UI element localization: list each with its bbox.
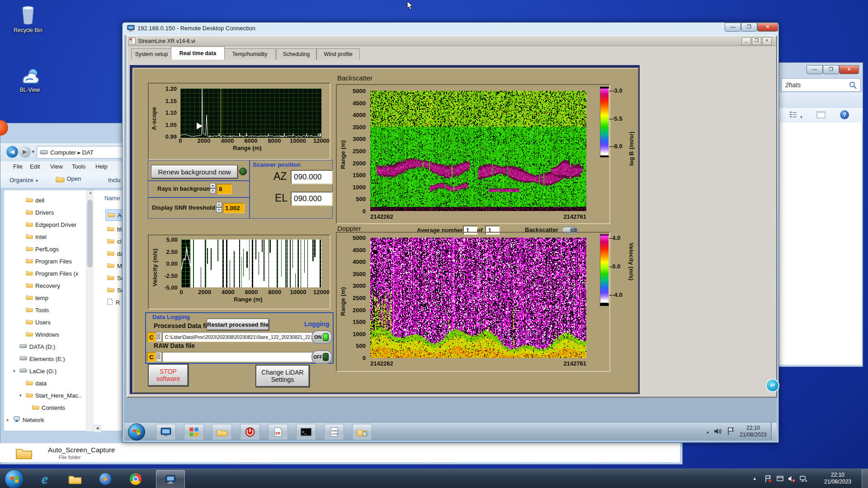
restore-button[interactable]: ❐ — [752, 37, 761, 45]
host-clock[interactable]: 22:10 21/08/2023 — [818, 472, 857, 485]
desktop-icon-recycle-bin[interactable]: Recycle Bin — [6, 4, 50, 33]
remote-taskbar-item-folder-app[interactable] — [212, 424, 232, 440]
column-header-name[interactable]: Name — [104, 195, 120, 202]
close-button[interactable]: × — [762, 37, 772, 45]
include-in-library-button[interactable]: Inclu — [108, 177, 120, 183]
tree-item-recovery[interactable]: Recovery — [4, 280, 85, 291]
tree-item-perflogs[interactable]: PerfLogs — [4, 244, 85, 254]
snr-value-field[interactable]: 1.002 — [223, 203, 245, 213]
action-center-flag-icon[interactable] — [727, 427, 734, 436]
forward-button[interactable]: ▶ — [19, 146, 31, 158]
expand-arrow-icon[interactable]: ▸ — [7, 418, 12, 422]
tab-wind-profile[interactable]: Wind profile — [316, 48, 360, 60]
organize-button[interactable]: Organize ▼ — [9, 177, 38, 183]
scrollbar-thumb[interactable] — [87, 200, 93, 267]
remote-taskbar-item-scan-sched-app[interactable]: Scansched — [324, 424, 344, 440]
raw-path-field[interactable] — [162, 352, 314, 362]
processed-drive-button[interactable]: C — [147, 332, 156, 342]
snr-stepper[interactable]: ▲▼ — [216, 202, 222, 213]
tree-item-users[interactable]: Users — [4, 317, 85, 328]
processed-path-field[interactable]: C:\Lidar\Data\Proc\2023\202308\20230821\… — [162, 332, 314, 342]
change-view-button[interactable]: ▼ — [789, 111, 803, 120]
tree-item-lacie-g-[interactable]: ▾LaCie (G:) — [4, 366, 85, 376]
recent-pages-dropdown-icon[interactable]: ▼ — [31, 150, 35, 154]
minimize-button[interactable]: _ — [741, 37, 751, 45]
tray-network-icon[interactable] — [799, 474, 807, 483]
scrollbar-up-icon[interactable]: ▲ — [87, 191, 94, 197]
remote-taskbar-item-power-app[interactable] — [240, 424, 260, 440]
tree-item-data[interactable]: data — [4, 378, 85, 389]
restart-processed-button[interactable]: Restart processed file — [207, 319, 269, 330]
remote-support-tray-icon[interactable]: ⇄ — [766, 379, 779, 392]
tree-item-intel[interactable]: Intel — [4, 231, 85, 242]
back-button[interactable]: ◀ — [6, 146, 18, 158]
start-button[interactable] — [5, 469, 24, 488]
show-desktop-button[interactable] — [862, 469, 868, 488]
remote-taskbar-item-grid-app[interactable] — [184, 424, 204, 440]
taskbar-item-ie[interactable]: e — [33, 470, 57, 488]
tab-system-setup[interactable]: System setup — [131, 48, 172, 60]
rays-stepper[interactable]: ▲▼ — [210, 183, 216, 194]
streamline-titlebar[interactable]: StreamLine XR v14-6.vi _ ❐ × — [127, 36, 776, 46]
path-browse-icon[interactable] — [156, 332, 162, 342]
rdp-titlebar[interactable]: 192.168.0.150 - Remote Desktop Connectio… — [127, 25, 255, 32]
tab-temp-humidity[interactable]: Temp/humidity — [224, 48, 276, 60]
raw-drive-button[interactable]: C — [147, 352, 156, 362]
tree-item-program-files[interactable]: Program Files — [4, 256, 85, 267]
tree-item-contents[interactable]: Contents — [4, 402, 85, 413]
help-button[interactable]: ? — [840, 110, 849, 119]
menu-item-file[interactable]: File — [13, 163, 23, 170]
tree-item-program-files-x[interactable]: Program Files (x — [4, 268, 85, 279]
tree-item-elements-e-[interactable]: Elements (E:) — [4, 353, 85, 364]
remote-taskbar-item-folder2-app[interactable] — [352, 424, 372, 440]
az-value-field[interactable]: 090.000 — [291, 170, 333, 184]
show-hidden-icons[interactable]: ▴ — [707, 429, 709, 434]
el-value-field[interactable]: 090.000 — [291, 192, 333, 206]
tray-window-icon[interactable] — [776, 474, 784, 483]
volume-icon[interactable] — [714, 427, 722, 435]
tray-flag-icon[interactable] — [764, 474, 772, 483]
remote-start-button[interactable] — [128, 423, 145, 441]
minimize-button[interactable]: — — [725, 23, 741, 32]
tree-item-network[interactable]: ▸Network — [4, 414, 85, 425]
remote-taskbar-item-console-app[interactable]: >_ — [296, 424, 316, 440]
search-input[interactable]: 2hats — [781, 78, 861, 92]
remote-taskbar-item-xr-doc-app[interactable]: XR — [268, 424, 288, 440]
maximize-button[interactable]: ❐ — [823, 65, 839, 74]
change-lidar-settings-button[interactable]: Change LiDAR Settings — [255, 365, 310, 387]
rays-value-field[interactable]: 8 — [217, 184, 232, 194]
menu-item-edit[interactable]: Edit — [30, 163, 40, 170]
expand-arrow-icon[interactable]: ▾ — [19, 393, 25, 398]
processed-logging-toggle[interactable]: ON — [311, 330, 332, 344]
menu-item-help[interactable]: Help — [95, 163, 108, 170]
tree-item-tools[interactable]: Tools — [4, 305, 85, 315]
tree-item-drivers[interactable]: Drivers — [4, 207, 85, 218]
maximize-button[interactable]: ❐ — [741, 23, 757, 32]
search-icon[interactable] — [849, 81, 857, 89]
taskbar-item-explorer[interactable] — [63, 470, 87, 488]
stop-software-button[interactable]: STOP software — [148, 364, 189, 386]
menu-item-tools[interactable]: Tools — [72, 163, 85, 170]
open-button[interactable]: Open — [56, 175, 81, 184]
taskbar-item-media-player[interactable]: ▶ — [93, 470, 118, 488]
tree-item-temp[interactable]: temp — [4, 292, 85, 303]
tab-real-time-data[interactable]: Real time data — [171, 47, 225, 60]
show-hidden-icons[interactable]: ▴ — [753, 475, 756, 481]
expand-arrow-icon[interactable]: ▾ — [13, 369, 19, 373]
hscroll-left-icon[interactable]: ◀ — [93, 425, 101, 432]
preview-pane-button[interactable] — [816, 111, 826, 120]
tree-item-windows[interactable]: Windows — [4, 329, 85, 340]
path-browse-icon[interactable] — [156, 352, 162, 362]
tab-scheduling[interactable]: Scheduling — [276, 48, 316, 60]
menu-item-view[interactable]: View — [50, 163, 63, 170]
tree-item-dell[interactable]: dell — [4, 195, 85, 206]
remote-taskbar-item-display-app[interactable] — [156, 424, 176, 440]
desktop-icon-bl-view[interactable]: BL-View — [8, 67, 52, 93]
close-button[interactable]: ✕ — [839, 65, 859, 74]
remote-show-desktop-button[interactable] — [771, 422, 777, 441]
raw-logging-toggle[interactable]: OFF — [311, 350, 332, 364]
tree-item-data-d-[interactable]: DATA (D:) — [4, 341, 85, 352]
close-button[interactable]: ✕ — [757, 23, 778, 32]
remote-clock[interactable]: 22:10 21/08/2023 — [736, 425, 770, 438]
tray-volume-icon[interactable] — [788, 474, 796, 483]
